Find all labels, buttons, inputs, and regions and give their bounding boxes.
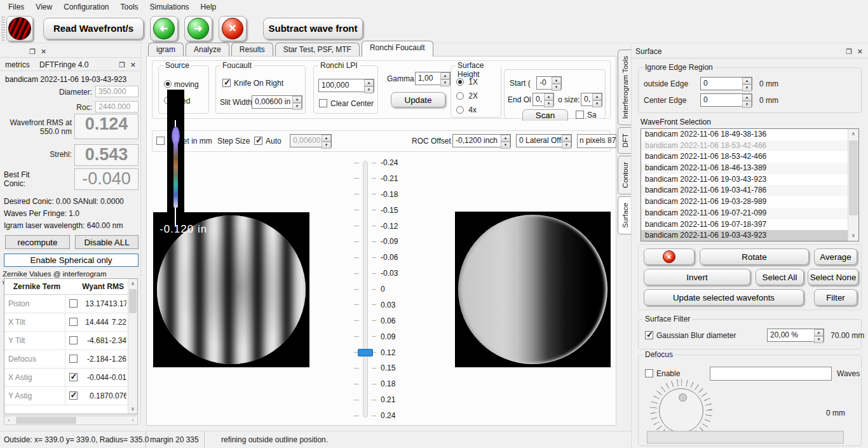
gamma-spinner[interactable]: 1,00 [415, 72, 451, 85]
step-size-spinner[interactable]: 0,00600 [290, 134, 332, 147]
zernike-row[interactable]: Y Astig 0.187 0.076 [4, 387, 137, 405]
scan-save-checkbox[interactable] [576, 111, 584, 119]
lateral-offset-spinner[interactable]: 0 Lateral Offset [516, 134, 572, 147]
wavefront-list-item[interactable]: bandicam 2022-11-06 18-53-42-466 [641, 151, 848, 163]
zernike-checkbox[interactable] [69, 391, 78, 400]
float-icon[interactable] [119, 61, 125, 69]
zernike-row[interactable]: X Tilt 14.444 7.22 [4, 313, 137, 332]
igram-thumbnail-button[interactable] [6, 16, 33, 41]
float-icon[interactable] [846, 48, 852, 56]
zernike-checkbox[interactable] [69, 336, 78, 344]
slider-handle[interactable] [358, 349, 373, 356]
main-tab[interactable]: Results [231, 43, 273, 57]
gaussian-blur-checkbox[interactable] [645, 331, 653, 339]
roc-field[interactable]: 2440.000 [95, 101, 139, 112]
outside-edge-spinner[interactable]: 0 [700, 77, 752, 90]
lpi-spinner[interactable]: 100,000 [318, 79, 374, 92]
disable-all-button[interactable]: Disable ALL [75, 235, 139, 249]
wavefront-list-item[interactable]: bandicam 2022-11-06 19-07-18-397 [641, 219, 848, 231]
wavefront-list-item[interactable]: bandicam 2022-11-06 18-46-13-389 [641, 163, 848, 174]
foucaultgram-image[interactable] [455, 212, 611, 367]
surface-height-radio[interactable] [456, 106, 464, 114]
next-wavefront-button[interactable] [184, 16, 212, 41]
enable-spherical-only-button[interactable]: Enable Spherical only [4, 254, 139, 267]
pixels-field[interactable]: n pixels 87 [577, 134, 616, 148]
recompute-button[interactable]: recompute [5, 235, 70, 249]
wavefront-list-item[interactable]: bandicam 2022-11-06 19-03-28-989 [641, 196, 848, 208]
update-button[interactable]: Update [391, 92, 445, 107]
scroll-up-icon[interactable] [128, 279, 137, 288]
select-all-button[interactable]: Select All [756, 269, 804, 285]
zernike-row[interactable]: Defocus -2.184 -1.26 [4, 350, 137, 369]
read-wavefronts-button[interactable]: Read Wavefront/s [43, 18, 144, 39]
scan-button[interactable]: Scan [522, 109, 568, 121]
wavefront-list-item[interactable]: bandicam 2022-11-06 19-03-43-923 [641, 230, 848, 241]
zernike-checkbox[interactable] [69, 355, 78, 363]
zernike-row[interactable]: Y Tilt -4.681 -2.34 [4, 332, 137, 350]
surface-height-option[interactable]: 1X [456, 78, 478, 92]
zernike-row[interactable]: Piston 13.174 13.17 [4, 295, 137, 313]
source-moving-radio[interactable] [164, 80, 172, 88]
dock-side-tab[interactable]: Contour [618, 156, 632, 194]
update-selected-button[interactable]: Update selected wavefonts [644, 289, 804, 306]
surface-height-option[interactable]: 2X [456, 92, 478, 105]
surface-height-option[interactable]: 4x [456, 105, 478, 119]
roc-offset-spinner[interactable]: -0,1200 inch [452, 134, 511, 147]
zernike-checkbox[interactable] [69, 299, 78, 308]
invert-button[interactable]: Invert [644, 269, 750, 285]
select-none-button[interactable]: Select None [808, 269, 858, 285]
scan-start-spinner[interactable]: -0 [536, 76, 562, 90]
surface-dock-progressbar[interactable] [647, 431, 844, 444]
wavefront-list-item[interactable]: bandicam 2022-11-06 18-49-38-136 [641, 129, 848, 140]
menu-item[interactable]: Tools [115, 1, 144, 13]
scroll-left-icon[interactable] [4, 417, 13, 423]
subtract-wavefront-button[interactable]: Subtract wave front [263, 18, 363, 39]
roc-offset-slider[interactable]: -0.24 -0.21 -0.18 -0.15 -0.12 -0.09 [349, 158, 419, 420]
menu-item[interactable]: Simulations [144, 1, 195, 13]
close-icon[interactable] [130, 61, 136, 69]
slit-width-spinner[interactable]: 0,00600 in [252, 95, 302, 109]
wavefront-list-item[interactable]: bandicam 2022-11-06 19-03-41-786 [641, 185, 848, 196]
offset-mm-checkbox[interactable] [156, 137, 165, 145]
close-icon[interactable] [41, 48, 46, 56]
clear-center-checkbox[interactable] [319, 99, 327, 107]
zernike-vertical-scrollbar[interactable] [128, 279, 137, 414]
menu-item[interactable]: Configuration [58, 1, 114, 13]
menu-item[interactable]: View [30, 1, 58, 13]
center-edge-spinner[interactable]: 0 [700, 93, 752, 107]
zernike-checkbox[interactable] [69, 318, 78, 326]
auto-checkbox[interactable] [254, 137, 262, 145]
surface-height-radio[interactable] [456, 78, 464, 86]
surface-height-radio[interactable] [456, 92, 464, 100]
scroll-right-icon[interactable] [128, 417, 137, 423]
average-button[interactable]: Average [814, 248, 857, 265]
float-icon[interactable] [29, 48, 36, 56]
zernike-row[interactable]: X Astig -0.044 -0.01 [4, 369, 137, 387]
menu-item[interactable]: Help [195, 1, 222, 13]
wavefront-list[interactable]: bandicam 2022-11-06 18-49-38-136bandicam… [641, 128, 859, 241]
knife-on-right-checkbox[interactable] [222, 79, 231, 87]
wavefront-list-scrollbar[interactable] [848, 129, 858, 241]
main-tab[interactable]: Ronchi Foucault [362, 41, 433, 57]
close-icon[interactable] [857, 48, 863, 56]
main-tab[interactable]: Star Test, PSF, MTF [275, 43, 360, 57]
dock-side-tab[interactable]: Surface [618, 196, 632, 234]
previous-wavefront-button[interactable] [150, 16, 178, 41]
diameter-field[interactable]: 350.000 [95, 86, 139, 97]
wavefront-list-item[interactable]: bandicam 2022-11-06 19-03-43-923 [641, 174, 848, 186]
toolbar-drag-handle[interactable] [1, 17, 5, 41]
wavefront-list-item[interactable]: bandicam 2022-11-06 18-53-42-466 [641, 140, 848, 152]
dock-side-tab[interactable]: DFT [618, 127, 632, 154]
defocus-waves-input[interactable] [710, 367, 832, 381]
delete-selected-button[interactable] [644, 248, 695, 265]
zernike-horizontal-scrollbar[interactable] [4, 416, 138, 425]
main-tab[interactable]: igram [148, 43, 184, 57]
zernike-checkbox[interactable] [69, 373, 78, 381]
delete-wavefront-button[interactable] [219, 16, 247, 41]
scroll-up-icon[interactable] [848, 129, 858, 139]
menu-item[interactable]: Files [3, 1, 30, 13]
blur-percent-spinner[interactable]: 20,00 % [767, 329, 824, 342]
main-tab[interactable]: Analyze [186, 43, 229, 57]
scan-size-spinner[interactable]: 0, [581, 93, 602, 106]
scroll-down-icon[interactable] [128, 404, 137, 414]
